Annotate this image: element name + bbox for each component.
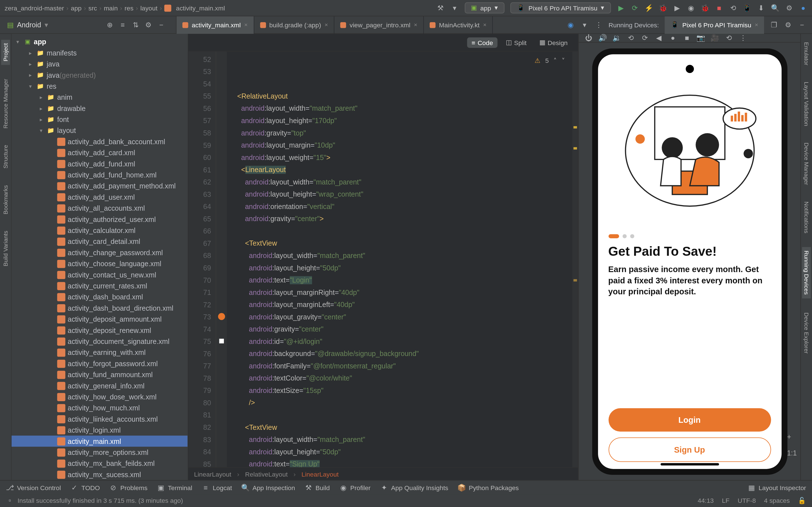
- tree-file[interactable]: activity_fund_ammount.xml: [11, 369, 188, 380]
- problems-count[interactable]: 5: [545, 55, 549, 67]
- layout-inspector-button[interactable]: ▦Layout Inspector: [748, 483, 806, 492]
- chevron-down-icon[interactable]: ▾: [580, 21, 589, 29]
- tree-folder[interactable]: ▾📁res: [11, 80, 188, 92]
- apply-changes-icon[interactable]: ⟳: [631, 4, 639, 12]
- tree-file[interactable]: activity_dash_board_direction.xml: [11, 302, 188, 314]
- caret-icon[interactable]: ▾: [451, 4, 459, 12]
- breadcrumb-item[interactable]: app: [71, 4, 82, 11]
- profiler-icon[interactable]: ◉: [687, 4, 695, 12]
- tree-file[interactable]: activity_add_fund_home.xml: [11, 169, 188, 180]
- status-item[interactable]: UTF-8: [738, 497, 756, 504]
- run-icon[interactable]: ▶: [617, 4, 625, 12]
- warning-icon[interactable]: ⚠: [535, 55, 541, 67]
- tool-window-tab[interactable]: Running Devices: [802, 247, 811, 298]
- debug-icon[interactable]: 🐞: [659, 4, 667, 12]
- hammer-icon[interactable]: ⚒: [437, 4, 445, 12]
- lock-icon[interactable]: 🔓: [798, 497, 806, 504]
- status-item[interactable]: 4 spaces: [764, 497, 790, 504]
- status-item[interactable]: LF: [722, 497, 730, 504]
- device-selector[interactable]: 📱 Pixel 6 Pro API Tiramisu ▾: [510, 2, 611, 13]
- rotate-left-icon[interactable]: ⟲: [627, 34, 635, 42]
- editor-tab[interactable]: build.gradle (:app)×: [254, 16, 335, 34]
- tree-file[interactable]: activity_add_payment_method.xml: [11, 180, 188, 191]
- breadcrumb-item[interactable]: activity_main.xml: [164, 4, 225, 11]
- tool-window-tab[interactable]: Layout Validation: [803, 79, 810, 128]
- tree-root[interactable]: ▾▣app: [11, 36, 188, 47]
- run-config-selector[interactable]: ▣ app ▾: [465, 2, 505, 13]
- tree-file[interactable]: activity_main.xml: [11, 436, 188, 447]
- tree-file[interactable]: activity_current_rates.xml: [11, 280, 188, 291]
- tree-file[interactable]: activity_change_password.xml: [11, 247, 188, 258]
- tree-file[interactable]: activity_deposit_ammount.xml: [11, 314, 188, 325]
- tool-window-button[interactable]: 📦Python Packages: [458, 483, 519, 492]
- tool-window-tab[interactable]: Bookmarks: [2, 182, 9, 216]
- zoom-in-button[interactable]: +: [787, 433, 797, 441]
- tree-file[interactable]: activity_mx_sucess.xml: [11, 469, 188, 480]
- minimize-icon[interactable]: −: [798, 21, 806, 29]
- search-icon[interactable]: 🔍: [771, 4, 779, 12]
- code-area[interactable]: ⚠ 5 ˄ ˅ <RelativeLayout android:layout_w…: [227, 51, 572, 467]
- close-icon[interactable]: ×: [755, 22, 758, 28]
- tool-window-tab[interactable]: Structure: [2, 143, 9, 171]
- tree-file[interactable]: activity_general_info.xml: [11, 380, 188, 391]
- chevron-down-icon[interactable]: ˅: [562, 55, 565, 67]
- attach-debugger-icon[interactable]: 🐞: [701, 4, 709, 12]
- record-icon[interactable]: 🎥: [711, 34, 719, 42]
- tree-file[interactable]: activity_all_accounts.xml: [11, 203, 188, 214]
- view-design-button[interactable]: ▦Design: [535, 37, 572, 48]
- volume-up-icon[interactable]: 🔊: [599, 34, 607, 42]
- minimap[interactable]: [572, 51, 578, 467]
- minimize-icon[interactable]: −: [157, 21, 165, 29]
- tool-window-button[interactable]: 🔍App Inspection: [241, 483, 295, 492]
- tree-file[interactable]: activity_add_bank_account.xml: [11, 136, 188, 147]
- overview-icon[interactable]: ■: [683, 34, 691, 42]
- tree-file[interactable]: activity_dash_board.xml: [11, 291, 188, 302]
- stop-icon[interactable]: ■: [715, 4, 723, 12]
- target-icon[interactable]: ⊕: [106, 21, 114, 29]
- tool-window-tab[interactable]: Device Manager: [803, 140, 810, 187]
- breadcrumb-item[interactable]: src: [89, 4, 97, 11]
- editor-tab[interactable]: MainActivity.kt×: [424, 16, 493, 34]
- filter-icon[interactable]: ≡: [119, 21, 127, 29]
- close-icon[interactable]: ×: [414, 22, 417, 28]
- sdk-icon[interactable]: ⬇: [757, 4, 765, 12]
- more-icon[interactable]: ⋮: [739, 34, 747, 42]
- tree-folder[interactable]: ▸📁java: [11, 58, 188, 69]
- tool-window-button[interactable]: ⊘Problems: [109, 483, 147, 492]
- breadcrumb-item[interactable]: main: [104, 4, 117, 11]
- breakpoint-icon[interactable]: [218, 313, 225, 320]
- login-button[interactable]: Login: [608, 408, 770, 432]
- view-split-button[interactable]: ◫Split: [501, 37, 531, 48]
- tree-file[interactable]: activity_authorized_user.xml: [11, 214, 188, 225]
- editor-tab[interactable]: view_pager_intro.xml×: [335, 16, 424, 34]
- sync-icon[interactable]: ⟲: [729, 4, 737, 12]
- rotate-right-icon[interactable]: ⟳: [641, 34, 649, 42]
- browser-icon[interactable]: ◉: [566, 21, 574, 29]
- tree-folder[interactable]: ▸📁manifests: [11, 47, 188, 58]
- tree-folder[interactable]: ▾📁layout: [11, 125, 188, 136]
- snapshot-icon[interactable]: ⟲: [725, 34, 733, 42]
- tree-file[interactable]: activity_calculator.xml: [11, 225, 188, 236]
- apply-code-icon[interactable]: ⚡: [645, 4, 653, 12]
- close-icon[interactable]: ×: [244, 22, 248, 28]
- breadcrumb-item[interactable]: LinearLayout: [194, 470, 231, 477]
- breadcrumb-item[interactable]: layout: [140, 4, 158, 11]
- tool-window-button[interactable]: ✓TODO: [70, 483, 100, 492]
- project-view-selector[interactable]: ▤ Android ▾ ⊕ ≡ ⇅ ⚙ −: [0, 16, 176, 33]
- breadcrumb-item[interactable]: res: [124, 4, 134, 11]
- sort-icon[interactable]: ⇅: [132, 21, 140, 29]
- running-device-tab[interactable]: 📱 Pixel 6 Pro API Tiramisu ×: [665, 16, 764, 34]
- close-icon[interactable]: ×: [324, 22, 328, 28]
- tree-file[interactable]: activity_contact_us_new.xml: [11, 269, 188, 280]
- status-item[interactable]: 44:13: [698, 497, 714, 504]
- breadcrumb-item[interactable]: LinearLayout: [301, 470, 339, 477]
- tree-file[interactable]: activity_document_signature.xml: [11, 336, 188, 347]
- gear-icon[interactable]: ⚙: [144, 21, 153, 29]
- back-icon[interactable]: ◀: [655, 34, 663, 42]
- status-icon[interactable]: ▫: [6, 496, 14, 504]
- tool-window-button[interactable]: ◉Profiler: [339, 483, 371, 492]
- editor-tab[interactable]: activity_main.xml×: [176, 16, 254, 34]
- zoom-fit-button[interactable]: 1:1: [787, 449, 797, 457]
- device-screen[interactable]: Get Paid To Save! Earn passive income ev…: [598, 54, 781, 469]
- view-code-button[interactable]: ≡Code: [467, 37, 498, 48]
